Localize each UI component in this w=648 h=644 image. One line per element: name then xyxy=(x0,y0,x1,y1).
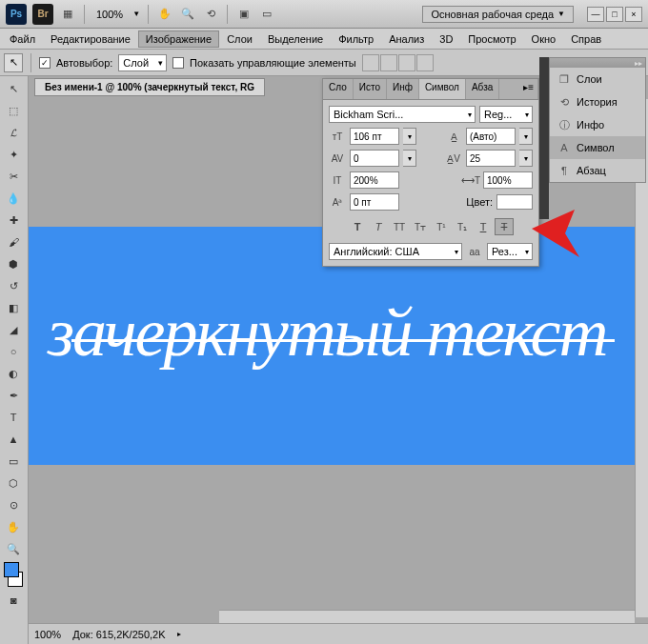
bridge-icon[interactable]: Br xyxy=(32,4,53,25)
blur-tool[interactable]: ○ xyxy=(2,341,25,362)
autoselect-type[interactable]: Слой xyxy=(118,54,167,71)
tab-info[interactable]: Инф xyxy=(387,79,419,99)
close-button[interactable]: × xyxy=(625,7,642,22)
dropdown-icon[interactable]: ▾ xyxy=(519,150,533,167)
crop-tool[interactable]: ✂ xyxy=(2,166,25,187)
autoselect-checkbox[interactable]: ✓ xyxy=(39,57,51,69)
side-item-info[interactable]: ⓘ Инфо xyxy=(550,113,645,136)
tab-character[interactable]: Символ xyxy=(419,79,466,99)
baseline-input[interactable] xyxy=(350,193,399,211)
rotate-view-icon[interactable]: ⟲ xyxy=(202,6,219,23)
menu-help[interactable]: Справ xyxy=(563,30,609,48)
stamp-tool[interactable]: ⬢ xyxy=(2,253,25,274)
font-size-input[interactable] xyxy=(350,128,399,145)
dropdown-icon[interactable]: ▾ xyxy=(519,128,533,145)
bold-button[interactable]: T xyxy=(348,218,367,235)
canvas-text[interactable]: зачеркнутый текст xyxy=(48,293,606,372)
zoom-level[interactable]: 100% xyxy=(92,9,127,20)
panel-menu-icon[interactable]: ▸≡ xyxy=(499,79,538,99)
arrange-docs-icon[interactable]: ▣ xyxy=(235,6,253,23)
quickmask-tool[interactable]: ◙ xyxy=(2,590,25,611)
dropdown-icon[interactable]: ▾ xyxy=(403,150,416,167)
maximize-button[interactable]: □ xyxy=(606,7,623,22)
history-brush-tool[interactable]: ↺ xyxy=(2,275,25,296)
wand-tool[interactable]: ✦ xyxy=(2,144,25,165)
menu-layer[interactable]: Слои xyxy=(219,30,260,48)
minimize-button[interactable]: — xyxy=(587,7,604,22)
collapsed-panel-strip[interactable] xyxy=(539,57,549,219)
side-label: Инфо xyxy=(577,119,604,131)
screen-mode-icon[interactable]: ▭ xyxy=(258,6,275,23)
align-icon[interactable] xyxy=(380,54,397,71)
menu-3d[interactable]: 3D xyxy=(432,30,460,48)
align-icon[interactable] xyxy=(398,54,415,71)
3d-camera-tool[interactable]: ⊙ xyxy=(2,494,25,515)
3d-tool[interactable]: ⬡ xyxy=(2,473,25,493)
heal-tool[interactable]: ✚ xyxy=(2,210,25,231)
menu-filter[interactable]: Фильтр xyxy=(331,30,381,48)
marquee-tool[interactable]: ⬚ xyxy=(2,100,25,121)
zoom-dropdown-icon[interactable]: ▼ xyxy=(132,10,140,18)
leading-input[interactable] xyxy=(466,128,516,145)
side-panel-header[interactable]: ▸▸ xyxy=(550,58,645,68)
hand-tool[interactable]: ✋ xyxy=(2,516,25,537)
align-icon[interactable] xyxy=(416,54,434,71)
kerning-input[interactable] xyxy=(350,150,399,167)
menu-analysis[interactable]: Анализ xyxy=(381,30,432,48)
text-color-swatch[interactable] xyxy=(496,194,533,210)
mini-bridge-icon[interactable]: ▦ xyxy=(59,6,76,23)
superscript-button[interactable]: T¹ xyxy=(432,218,451,235)
subscript-button[interactable]: T₁ xyxy=(453,218,472,235)
dodge-tool[interactable]: ◐ xyxy=(2,363,25,384)
menu-window[interactable]: Окно xyxy=(524,30,564,48)
brush-tool[interactable]: 🖌 xyxy=(2,231,25,252)
path-select-tool[interactable]: ▲ xyxy=(2,429,25,450)
eraser-tool[interactable]: ◧ xyxy=(2,297,25,318)
status-zoom[interactable]: 100% xyxy=(34,629,61,640)
zoom-tool[interactable]: 🔍 xyxy=(2,538,25,559)
side-item-history[interactable]: ⟲ История xyxy=(550,91,645,113)
status-doc-size[interactable]: Док: 615,2K/250,2K xyxy=(72,629,165,640)
language-select[interactable]: Английский: США xyxy=(329,243,462,260)
type-tool[interactable]: T xyxy=(2,407,25,428)
menu-view[interactable]: Просмотр xyxy=(460,30,523,48)
menu-file[interactable]: Файл xyxy=(2,30,43,48)
font-family-select[interactable]: Bickham Scri... xyxy=(329,106,476,123)
shape-tool[interactable]: ▭ xyxy=(2,451,25,472)
color-swatches[interactable] xyxy=(2,560,25,589)
side-item-paragraph[interactable]: ¶ Абзац xyxy=(550,159,645,182)
lasso-tool[interactable]: 𝓛 xyxy=(2,122,25,143)
pen-tool[interactable]: ✒ xyxy=(2,385,25,406)
menu-select[interactable]: Выделение xyxy=(260,30,331,48)
horizontal-scrollbar[interactable] xyxy=(219,610,635,623)
document-tab[interactable]: Без имени-1 @ 100% (зачеркнутый текст, R… xyxy=(34,78,265,96)
tab-history[interactable]: Исто xyxy=(354,79,387,99)
workspace-switcher[interactable]: Основная рабочая среда▼ xyxy=(422,6,574,23)
menu-edit[interactable]: Редактирование xyxy=(43,30,138,48)
tab-paragraph[interactable]: Абза xyxy=(466,79,499,99)
side-item-layers[interactable]: ❐ Слои xyxy=(550,68,645,91)
foreground-color[interactable] xyxy=(4,562,19,577)
hand-tool-icon[interactable]: ✋ xyxy=(156,6,173,23)
strikethrough-button[interactable]: T xyxy=(495,218,514,235)
hscale-input[interactable] xyxy=(483,171,533,189)
underline-button[interactable]: T xyxy=(474,218,493,235)
antialias-select[interactable]: Рез... xyxy=(487,243,533,260)
tab-layers[interactable]: Сло xyxy=(323,79,354,99)
smallcaps-button[interactable]: Tᴛ xyxy=(411,218,430,235)
allcaps-button[interactable]: TT xyxy=(390,218,409,235)
font-style-select[interactable]: Reg... xyxy=(479,106,533,123)
gradient-tool[interactable]: ◢ xyxy=(2,319,25,340)
tracking-input[interactable] xyxy=(466,150,516,167)
side-item-character[interactable]: A Символ xyxy=(550,136,645,159)
italic-button[interactable]: T xyxy=(369,218,388,235)
dropdown-icon[interactable]: ▾ xyxy=(403,128,416,145)
zoom-tool-icon[interactable]: 🔍 xyxy=(179,6,196,23)
show-transform-checkbox[interactable] xyxy=(172,57,184,69)
eyedropper-tool[interactable]: 💧 xyxy=(2,188,25,209)
move-tool[interactable]: ↖ xyxy=(2,78,25,99)
vscale-input[interactable] xyxy=(350,171,399,189)
align-icon[interactable] xyxy=(362,54,379,71)
status-menu-icon[interactable]: ▸ xyxy=(177,630,181,638)
menu-image[interactable]: Изображение xyxy=(138,30,219,48)
